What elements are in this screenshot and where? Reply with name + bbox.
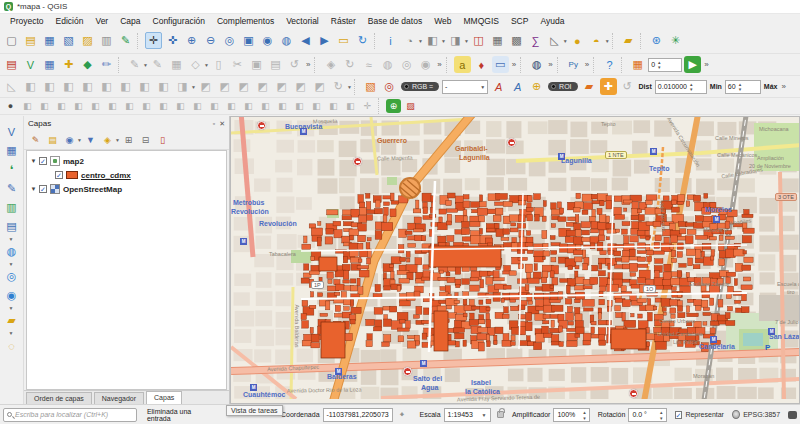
manage-map-themes[interactable]: ◉ xyxy=(62,133,77,148)
scp-run-button[interactable]: ▶ xyxy=(684,56,701,73)
manage-map-themes-dropdown[interactable]: ▼ xyxy=(77,137,82,143)
scp-rotate[interactable]: ↻ xyxy=(330,78,347,95)
open-project[interactable]: ▤ xyxy=(22,32,39,49)
new-annotation[interactable]: ◓ xyxy=(588,32,605,49)
scp-roi-pill[interactable]: ROI xyxy=(548,82,577,91)
menu-ayuda[interactable]: Ayuda xyxy=(534,15,570,27)
style-manager[interactable]: ✎ xyxy=(117,32,134,49)
add-raster-layer[interactable]: ▦ xyxy=(3,142,21,159)
scp-roi-undo[interactable]: ↺ xyxy=(619,78,636,95)
menu-capa[interactable]: Capa xyxy=(114,15,146,27)
new-temporary-layer[interactable]: ✏ xyxy=(98,56,115,73)
scp-tool-1[interactable]: ◧ xyxy=(22,78,39,95)
scp-bandset[interactable]: ▧ xyxy=(362,78,379,95)
scp-postprocess-10[interactable]: ◧ xyxy=(173,99,188,113)
menu-mmqgis[interactable]: MMQGIS xyxy=(458,15,505,27)
python-console[interactable]: Py xyxy=(565,56,582,73)
move-feature[interactable]: ◈ xyxy=(322,56,339,73)
add-wfs-layer-dropdown[interactable]: ▼ xyxy=(9,305,14,311)
add-delimited-text-layer[interactable]: ❛ xyxy=(3,161,21,178)
scp-tool-2[interactable]: ◧ xyxy=(41,78,58,95)
expand-arrow[interactable]: ▼ xyxy=(29,158,38,164)
add-wfs-layer[interactable]: ◉ xyxy=(3,287,21,304)
toolbar-overflow[interactable]: » xyxy=(781,82,785,91)
scp-postprocess-2[interactable]: ◧ xyxy=(37,99,52,113)
layer-checkbox[interactable]: ✓ xyxy=(39,157,47,165)
scp-postprocess-15[interactable]: ◧ xyxy=(258,99,273,113)
run-feature-action-dropdown[interactable]: ▼ xyxy=(418,38,423,44)
copy-features[interactable]: ▣ xyxy=(248,56,265,73)
zoom-to-roi[interactable]: ⊕ xyxy=(386,99,401,113)
db-manager[interactable]: ▰ xyxy=(620,32,637,49)
scp-tool-5[interactable]: ◧ xyxy=(98,78,115,95)
scp-edit-4[interactable]: ◩ xyxy=(254,78,271,95)
expand-arrow[interactable]: ▼ xyxy=(29,186,38,192)
scp-band-combo[interactable]: -▼ xyxy=(442,80,488,94)
layer-row-OpenStreetMap[interactable]: ▼✓OpenStreetMap xyxy=(27,182,226,196)
menu-ráster[interactable]: Ráster xyxy=(325,15,362,27)
coordinate-input[interactable]: -11037981,2205073 xyxy=(323,408,393,422)
scp-edit-1[interactable]: ◩ xyxy=(197,78,214,95)
map-tips[interactable]: ● xyxy=(569,32,586,49)
select-features-dropdown[interactable]: ▼ xyxy=(441,38,446,44)
pan-map[interactable]: ✛ xyxy=(145,32,162,49)
data-source-manager[interactable]: ▤ xyxy=(3,56,20,73)
zoom-full[interactable]: ▣ xyxy=(240,32,257,49)
scp-edit-5[interactable]: ◩ xyxy=(273,78,290,95)
scp-postprocess-17[interactable]: ◧ xyxy=(292,99,307,113)
menu-configuración[interactable]: Configuración xyxy=(147,15,211,27)
digitize-dropdown[interactable]: ▼ xyxy=(204,62,209,68)
messages-icon[interactable] xyxy=(788,411,797,419)
scp-postprocess-9[interactable]: ◧ xyxy=(156,99,171,113)
menu-vectorial[interactable]: Vectorial xyxy=(280,15,325,27)
rotation-spinbox[interactable]: 0.0 °▴▾ xyxy=(628,408,666,422)
panel-close-button[interactable]: ✕ xyxy=(219,120,225,128)
scp-dist-spinbox[interactable]: 0.010000▴▾ xyxy=(655,80,707,94)
panel-tab-orden-de-capas[interactable]: Orden de capas xyxy=(26,392,92,404)
add-mssql-layer-dropdown[interactable]: ▼ xyxy=(9,236,14,242)
scp-pointer[interactable]: ✛ xyxy=(360,99,375,113)
zoom-in[interactable]: ⊕ xyxy=(183,32,200,49)
layer-labeling[interactable]: a xyxy=(454,56,471,73)
add-wms-layer-dropdown[interactable]: ▼ xyxy=(9,261,14,267)
delete-selected[interactable]: ▯ xyxy=(210,56,227,73)
digitize[interactable]: ◇ xyxy=(187,56,204,73)
zoom-out[interactable]: ⊖ xyxy=(202,32,219,49)
add-wms-layer[interactable]: ◍ xyxy=(3,243,21,260)
vertex-tool[interactable]: ✳ xyxy=(667,32,684,49)
extents-icon[interactable]: ⌖ xyxy=(394,406,411,423)
add-postgis-layer[interactable]: ▥ xyxy=(3,199,21,216)
scp-postprocess-6[interactable]: ◧ xyxy=(105,99,120,113)
add-spatialite-layer[interactable]: ✎ xyxy=(3,180,21,197)
zoom-to-layer[interactable]: ◍ xyxy=(278,32,295,49)
quickmap-services[interactable]: ◍ xyxy=(528,56,545,73)
toolbar-overflow[interactable]: » xyxy=(512,60,516,69)
statistical-summary[interactable]: ∑ xyxy=(527,32,544,49)
layer-row-centro_cdmx[interactable]: ✓centro_cdmx xyxy=(27,168,226,182)
collapse-all[interactable]: ⊟ xyxy=(138,133,153,148)
open-layer-styling-panel[interactable]: ✎ xyxy=(28,133,43,148)
scp-tool-menu-dropdown[interactable]: ▼ xyxy=(191,84,196,90)
scp-spectral-plot[interactable]: ◎ xyxy=(381,78,398,95)
add-oracle-layer[interactable]: ▰ xyxy=(3,312,21,329)
zoom-native[interactable]: ◎ xyxy=(221,32,238,49)
crs-globe-icon[interactable] xyxy=(732,410,740,419)
scp-tool-7[interactable]: ◧ xyxy=(136,78,153,95)
measure[interactable]: ◺ xyxy=(546,32,563,49)
osm-place-search[interactable]: ⊛ xyxy=(648,32,665,49)
scp-ruler[interactable]: ◺ xyxy=(3,78,20,95)
add-raster-layer[interactable]: ▦ xyxy=(41,56,58,73)
scp-postprocess-4[interactable]: ◧ xyxy=(71,99,86,113)
layer-row-map2[interactable]: ▼✓map2 xyxy=(27,154,226,168)
crs-status[interactable]: EPSG:3857 xyxy=(743,411,780,418)
map-canvas[interactable]: BuenavistaGuerreroGaribaldi-LagunillaMet… xyxy=(230,116,800,404)
field-calculator[interactable]: ▩ xyxy=(508,32,525,49)
pan-to-selection[interactable]: ✜ xyxy=(164,32,181,49)
new-shapefile-layer[interactable]: ✚ xyxy=(60,56,77,73)
menu-complementos[interactable]: Complementos xyxy=(211,15,280,27)
menu-proyecto[interactable]: Proyecto xyxy=(4,15,50,27)
scp-threshold-spinbox[interactable]: 0▴▾ xyxy=(648,58,682,72)
scp-postprocess-11[interactable]: ◧ xyxy=(190,99,205,113)
expand-all[interactable]: ⊞ xyxy=(121,133,136,148)
menu-scp[interactable]: SCP xyxy=(505,15,534,27)
